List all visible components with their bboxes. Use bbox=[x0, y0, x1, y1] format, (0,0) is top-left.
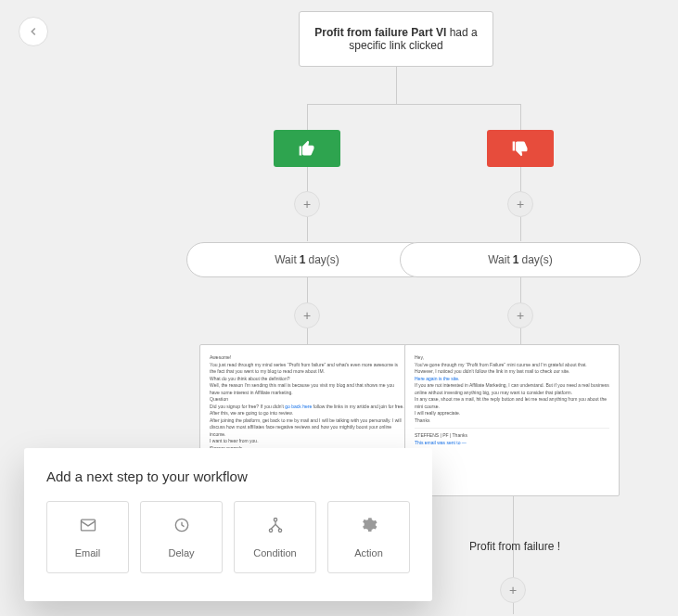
add-step-left-2[interactable]: + bbox=[294, 302, 320, 328]
email-title-right: Profit from failure ! bbox=[422, 540, 608, 553]
option-email[interactable]: Email bbox=[46, 501, 129, 573]
email-icon bbox=[79, 516, 97, 538]
svg-point-3 bbox=[269, 529, 272, 532]
option-action[interactable]: Action bbox=[327, 501, 410, 573]
condition-node[interactable]: Profit from failure Part VI had a specif… bbox=[299, 11, 493, 67]
wait-node-left[interactable]: Wait 1 day(s) bbox=[186, 242, 428, 277]
clock-icon bbox=[173, 516, 191, 538]
add-step-right-1[interactable]: + bbox=[507, 191, 533, 217]
add-step-right-2[interactable]: + bbox=[507, 302, 533, 328]
back-button[interactable] bbox=[19, 17, 48, 46]
email-node-right[interactable]: Hey, You've gone through my “Profit from… bbox=[404, 344, 620, 496]
svg-point-4 bbox=[278, 529, 281, 532]
svg-point-2 bbox=[274, 519, 276, 521]
branch-yes-button[interactable] bbox=[274, 130, 340, 167]
gear-icon bbox=[360, 516, 378, 538]
svg-rect-0 bbox=[81, 520, 95, 531]
modal-title: Add a next step to your workflow bbox=[46, 468, 410, 484]
branch-no-button[interactable] bbox=[487, 130, 554, 167]
option-condition[interactable]: Condition bbox=[234, 501, 316, 573]
add-step-left-1[interactable]: + bbox=[294, 191, 320, 217]
condition-title: Profit from failure Part VI bbox=[314, 26, 446, 39]
wait-node-right[interactable]: Wait 1 day(s) bbox=[400, 242, 641, 277]
option-delay[interactable]: Delay bbox=[140, 501, 223, 573]
branch-icon bbox=[266, 516, 285, 538]
add-step-right-3[interactable]: + bbox=[500, 577, 526, 603]
add-step-modal: Add a next step to your workflow Email D… bbox=[24, 448, 432, 601]
